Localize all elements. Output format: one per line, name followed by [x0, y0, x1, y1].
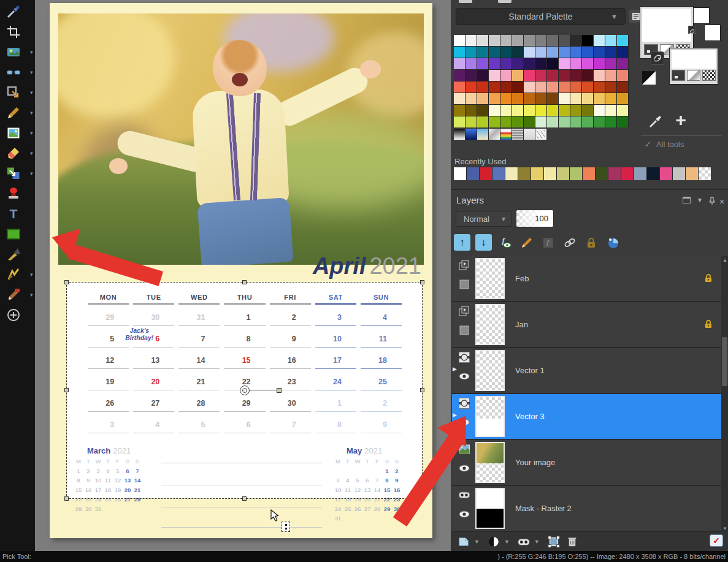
move-layer-down-button[interactable]: ↓: [475, 234, 492, 251]
lock-transparency-button[interactable]: [583, 234, 599, 251]
palette-swatch[interactable]: [594, 116, 605, 127]
selection-handle-n[interactable]: [242, 280, 247, 284]
palette-swatch[interactable]: [617, 70, 628, 81]
palette-swatch[interactable]: [524, 116, 535, 127]
edit-selection-toggle[interactable]: ✓: [710, 534, 723, 547]
palette-swatch[interactable]: [477, 58, 488, 69]
palette-swatch[interactable]: [477, 35, 488, 46]
palette-swatch[interactable]: [500, 93, 512, 104]
palette-swatch[interactable]: [489, 105, 500, 116]
mini-swap-colors-icon[interactable]: [688, 26, 696, 34]
layer-row-vector-3[interactable]: ▶Vector 3: [452, 394, 727, 439]
palette-swatch[interactable]: [594, 82, 605, 93]
pattern-swatch-grad-blue[interactable]: [466, 129, 477, 140]
add-tool[interactable]: [6, 307, 21, 323]
recent-color-swatch[interactable]: [467, 167, 479, 180]
palette-swatch[interactable]: [477, 82, 488, 93]
recent-color-swatch[interactable]: [608, 167, 621, 180]
layer-row-feb[interactable]: Feb: [452, 256, 727, 301]
eraser-tool[interactable]: ▾: [6, 145, 21, 161]
palette-swatch[interactable]: [535, 93, 546, 104]
new-mask-layer-button[interactable]: [516, 534, 532, 549]
palette-swatch[interactable]: [454, 82, 465, 93]
palette-swatch[interactable]: [547, 116, 558, 127]
selection-handle-s[interactable]: [242, 496, 247, 501]
add-swatch-button[interactable]: +: [672, 112, 690, 130]
move-layer-up-button[interactable]: ↑: [454, 234, 470, 251]
palette-swatch[interactable]: [477, 116, 488, 127]
palette-swatch[interactable]: [582, 93, 593, 104]
palette-swatch[interactable]: [617, 82, 628, 93]
palette-swatch[interactable]: [547, 35, 558, 46]
canvas-workspace[interactable]: April2021 MONTUEWEDTHUFRISATSUN293031123…: [35, 0, 451, 551]
palette-swatch[interactable]: [466, 47, 477, 58]
palette-swatch[interactable]: [524, 93, 535, 104]
group-layer-icon[interactable]: [458, 305, 470, 317]
palette-swatch[interactable]: [605, 58, 616, 69]
layer-thumbnail[interactable]: [475, 442, 505, 483]
chevron-down-icon[interactable]: ▾: [30, 130, 33, 136]
palette-swatch[interactable]: [594, 70, 605, 81]
palette-swatch[interactable]: [524, 58, 535, 69]
scroll-down-icon[interactable]: ▼: [722, 526, 727, 531]
layer-thumbnail[interactable]: [475, 350, 505, 391]
palette-swatch[interactable]: [617, 116, 628, 127]
palette-swatch[interactable]: [500, 47, 512, 58]
background-color[interactable]: [672, 50, 716, 69]
chevron-down-icon[interactable]: ▾: [30, 110, 33, 116]
scrollbar-thumb[interactable]: [722, 337, 727, 386]
straighten-tool[interactable]: ▾: [6, 44, 21, 60]
chevron-down-icon[interactable]: ▾: [30, 150, 33, 156]
palette-swatch[interactable]: [512, 58, 523, 69]
palette-swatch[interactable]: [512, 82, 523, 93]
layer-row-your-image[interactable]: Your image: [452, 440, 727, 485]
palette-swatch[interactable]: [489, 35, 500, 46]
recent-color-swatch[interactable]: [634, 167, 646, 180]
red-eye-tool[interactable]: ▾: [6, 64, 21, 80]
palette-swatch[interactable]: [454, 116, 465, 127]
eyedropper-icon[interactable]: [648, 114, 663, 129]
palette-swatch[interactable]: [559, 47, 570, 58]
palette-swatch[interactable]: [489, 82, 500, 93]
scroll-up-icon[interactable]: ▲: [722, 257, 727, 263]
vector-layer-icon[interactable]: [458, 397, 470, 409]
palette-swatch[interactable]: [512, 116, 523, 127]
layer-styles-visibility-button[interactable]: f: [497, 234, 513, 251]
visibility-square-icon[interactable]: [458, 324, 470, 336]
calendar-page-document[interactable]: April2021 MONTUEWEDTHUFRISATSUN293031123…: [50, 3, 432, 538]
palette-swatch[interactable]: [582, 82, 593, 93]
recent-color-swatch[interactable]: [699, 167, 711, 180]
palette-swatch[interactable]: [512, 47, 523, 58]
layer-effects-button[interactable]: f: [540, 234, 556, 251]
palette-swatch[interactable]: [582, 105, 593, 116]
palette-swatch[interactable]: [547, 93, 558, 104]
layer-row-vector-1[interactable]: ▶Vector 1: [452, 348, 727, 393]
palette-swatch[interactable]: [466, 116, 477, 127]
expand-arrow-icon[interactable]: ▶: [453, 366, 457, 372]
palette-swatch[interactable]: [512, 93, 523, 104]
palette-swatch[interactable]: [535, 116, 546, 127]
chevron-down-icon[interactable]: ▼: [504, 539, 510, 545]
selection-rotate-handle[interactable]: [277, 388, 282, 393]
palette-swatch[interactable]: [605, 105, 616, 116]
chevron-down-icon[interactable]: ▾: [30, 89, 33, 96]
palette-swatch[interactable]: [454, 105, 465, 116]
swap-materials-icon[interactable]: [651, 51, 664, 65]
palette-swatch[interactable]: [512, 35, 523, 46]
pattern-swatch-rainbow[interactable]: [500, 129, 512, 140]
palette-swatch[interactable]: [605, 70, 616, 81]
palette-swatch[interactable]: [605, 93, 616, 104]
palette-swatch[interactable]: [547, 58, 558, 69]
palette-swatch[interactable]: [512, 70, 523, 81]
palette-swatch[interactable]: [512, 105, 523, 116]
recent-color-swatch[interactable]: [583, 167, 595, 180]
palette-swatch[interactable]: [500, 82, 512, 93]
recent-color-swatch[interactable]: [660, 167, 672, 180]
picture-frame-tool[interactable]: ▾: [6, 125, 21, 141]
visibility-square-icon[interactable]: [458, 278, 470, 290]
all-tools-checkbox[interactable]: ✓All tools: [645, 140, 684, 149]
palette-swatch[interactable]: [594, 93, 605, 104]
palette-swatch[interactable]: [605, 35, 616, 46]
panel-close-icon[interactable]: ×: [719, 197, 724, 207]
palette-swatch[interactable]: [500, 105, 512, 116]
